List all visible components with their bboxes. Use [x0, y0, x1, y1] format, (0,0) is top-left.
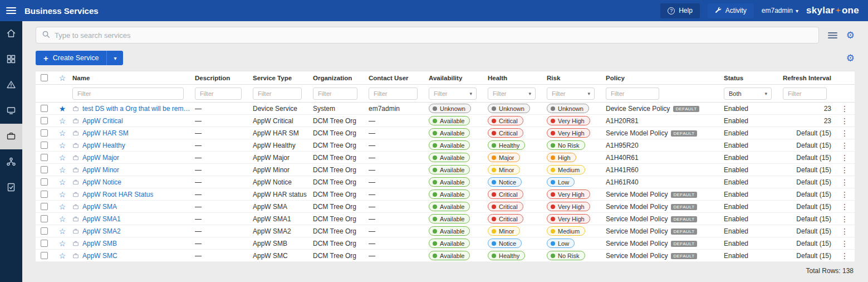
- list-view-icon[interactable]: [828, 32, 837, 39]
- chevron-down-icon: ▾: [796, 8, 798, 14]
- row-checkbox[interactable]: [41, 191, 48, 198]
- service-name-link[interactable]: AppW SMC: [82, 252, 117, 260]
- service-name-link[interactable]: AppW SMA1: [82, 215, 121, 223]
- service-name-link[interactable]: AppW Critical: [82, 117, 123, 125]
- select-all-checkbox[interactable]: [41, 74, 48, 81]
- service-name-link[interactable]: test DS with a Org that will be removed: [82, 105, 192, 113]
- column-header[interactable]: Description: [195, 75, 253, 81]
- row-actions-kebab-icon[interactable]: ⋮: [841, 141, 849, 150]
- favorite-star-icon[interactable]: ☆: [59, 203, 66, 211]
- sidebar-item-tasks[interactable]: [0, 175, 22, 201]
- sidebar-item-events[interactable]: [0, 72, 22, 98]
- sidebar-item-home[interactable]: [0, 21, 22, 47]
- row-actions-kebab-icon[interactable]: ⋮: [841, 104, 849, 113]
- row-actions-kebab-icon[interactable]: ⋮: [841, 129, 849, 138]
- help-button[interactable]: ? Help: [660, 3, 700, 18]
- service-name-link[interactable]: AppW Notice: [82, 178, 121, 186]
- row-actions-kebab-icon[interactable]: ⋮: [841, 153, 849, 162]
- search-input[interactable]: [55, 31, 813, 40]
- filter-input[interactable]: [72, 87, 184, 100]
- status-filter-select[interactable]: Both▾: [724, 87, 772, 100]
- column-header[interactable]: Health: [488, 75, 547, 81]
- activity-button[interactable]: Activity: [708, 3, 754, 18]
- favorite-star-icon[interactable]: ☆: [59, 178, 66, 186]
- row-actions-kebab-icon[interactable]: ⋮: [841, 166, 849, 174]
- service-name-link[interactable]: AppW SMB: [82, 240, 117, 247]
- row-actions-kebab-icon[interactable]: ⋮: [841, 215, 849, 223]
- column-header[interactable]: Service Type: [253, 75, 313, 81]
- filter-input[interactable]: [606, 87, 659, 100]
- user-menu[interactable]: em7admin ▾: [762, 7, 798, 14]
- status-pill: Healthy: [488, 251, 525, 260]
- row-checkbox[interactable]: [41, 215, 48, 222]
- create-service-dropdown[interactable]: ▾: [106, 51, 123, 65]
- row-checkbox[interactable]: [41, 117, 48, 124]
- row-actions-kebab-icon[interactable]: ⋮: [841, 251, 849, 260]
- row-checkbox[interactable]: [41, 129, 48, 137]
- favorite-star-icon[interactable]: ☆: [59, 191, 66, 198]
- column-header[interactable]: Availability: [429, 75, 488, 81]
- column-header[interactable]: Refresh Interval: [783, 75, 838, 81]
- favorite-star-icon[interactable]: ☆: [59, 252, 66, 260]
- column-header[interactable]: Organization: [313, 75, 369, 81]
- row-checkbox[interactable]: [41, 227, 48, 235]
- row-checkbox[interactable]: [41, 203, 48, 210]
- status-dot-icon: [433, 180, 437, 184]
- filter-input[interactable]: [783, 87, 827, 100]
- filter-input[interactable]: [313, 87, 357, 100]
- row-checkbox[interactable]: [41, 252, 48, 259]
- row-checkbox[interactable]: [41, 142, 48, 149]
- status-pill: Medium: [547, 226, 585, 236]
- row-actions-kebab-icon[interactable]: ⋮: [841, 239, 849, 248]
- filter-select[interactable]: Filter▾: [488, 87, 536, 100]
- favorite-star-icon[interactable]: ☆: [59, 166, 66, 174]
- status-pill: Minor: [488, 165, 520, 174]
- row-checkbox[interactable]: [41, 154, 48, 161]
- row-checkbox[interactable]: [41, 105, 48, 112]
- service-name-link[interactable]: AppW Root HAR Status: [82, 191, 153, 198]
- column-header[interactable]: Name: [72, 75, 195, 81]
- description-cell: —: [195, 105, 253, 113]
- column-header[interactable]: Risk: [547, 75, 606, 81]
- favorite-star-icon[interactable]: ★: [59, 105, 66, 113]
- column-header[interactable]: Status: [724, 75, 783, 81]
- favorite-star-icon[interactable]: ☆: [59, 117, 66, 125]
- row-actions-kebab-icon[interactable]: ⋮: [841, 202, 849, 211]
- filter-select[interactable]: Filter▾: [429, 87, 477, 100]
- row-actions-kebab-icon[interactable]: ⋮: [841, 227, 849, 236]
- sidebar-item-dashboards[interactable]: [0, 47, 22, 72]
- sidebar-item-devices[interactable]: [0, 98, 22, 124]
- filter-select[interactable]: Filter▾: [547, 87, 595, 100]
- favorite-star-icon[interactable]: ☆: [59, 227, 66, 235]
- filter-input[interactable]: [369, 87, 418, 100]
- settings-gear-icon[interactable]: ⚙: [846, 31, 855, 40]
- service-name-link[interactable]: AppW SMA: [82, 203, 117, 211]
- service-name-link[interactable]: AppW Minor: [82, 166, 119, 174]
- row-checkbox[interactable]: [41, 178, 48, 186]
- column-header[interactable]: Policy: [606, 75, 724, 81]
- status-pill: Available: [429, 214, 470, 223]
- row-checkbox[interactable]: [41, 240, 48, 247]
- menu-icon[interactable]: [0, 7, 22, 14]
- sidebar-item-business-services[interactable]: [0, 124, 22, 149]
- favorite-star-icon[interactable]: ☆: [59, 154, 66, 162]
- table-settings-gear-icon[interactable]: ⚙: [846, 54, 855, 63]
- row-actions-kebab-icon[interactable]: ⋮: [841, 116, 849, 125]
- favorite-star-icon[interactable]: ☆: [59, 129, 66, 137]
- favorite-star-icon[interactable]: ☆: [59, 240, 66, 247]
- service-name-link[interactable]: AppW SMA2: [82, 227, 121, 235]
- row-checkbox[interactable]: [41, 166, 48, 173]
- column-header[interactable]: Contact User: [369, 75, 429, 81]
- favorite-star-icon[interactable]: ☆: [59, 215, 66, 223]
- filter-input[interactable]: [195, 87, 242, 100]
- service-name-link[interactable]: AppW Major: [82, 154, 119, 162]
- star-column-header-icon[interactable]: ☆: [59, 74, 66, 82]
- favorite-star-icon[interactable]: ☆: [59, 142, 66, 149]
- filter-input[interactable]: [253, 87, 302, 100]
- create-service-button[interactable]: + Create Service: [36, 51, 106, 65]
- service-name-link[interactable]: AppW Healthy: [82, 142, 125, 149]
- row-actions-kebab-icon[interactable]: ⋮: [841, 190, 849, 199]
- sidebar-item-service-map[interactable]: [0, 149, 22, 175]
- row-actions-kebab-icon[interactable]: ⋮: [841, 178, 849, 187]
- service-name-link[interactable]: AppW HAR SM: [82, 129, 129, 137]
